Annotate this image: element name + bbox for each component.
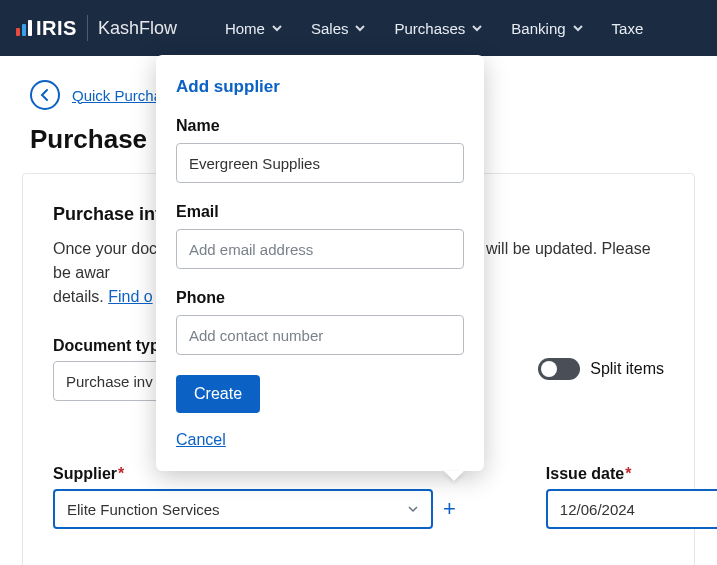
issue-date-label: Issue date* xyxy=(546,465,717,483)
popover-name-field: Name xyxy=(176,117,464,183)
nav-label: Sales xyxy=(311,20,349,37)
nav-label: Banking xyxy=(511,20,565,37)
supplier-phone-input[interactable] xyxy=(176,315,464,355)
supplier-field: Supplier* Elite Function Services + xyxy=(53,465,456,529)
supplier-email-input[interactable] xyxy=(176,229,464,269)
quick-purchase-link[interactable]: Quick Purcha xyxy=(72,87,162,104)
nav-banking[interactable]: Banking xyxy=(511,20,583,37)
split-items-label: Split items xyxy=(590,360,664,378)
nav-label: Purchases xyxy=(394,20,465,37)
nav-taxes[interactable]: Taxe xyxy=(612,20,644,37)
chevron-down-icon xyxy=(572,22,584,34)
issue-date-input[interactable]: 12/06/2024 xyxy=(546,489,717,529)
find-out-link[interactable]: Find o xyxy=(108,288,152,305)
split-items-toggle-wrap: Split items xyxy=(538,358,664,380)
chevron-down-icon xyxy=(271,22,283,34)
add-supplier-popover: Add supplier Name Email Phone Create Can… xyxy=(156,55,484,471)
iris-logo[interactable]: IRIS xyxy=(16,17,77,40)
popover-email-field: Email xyxy=(176,203,464,269)
popover-title: Add supplier xyxy=(176,77,464,97)
issue-date-field: Issue date* 12/06/2024 xyxy=(546,465,717,529)
supplier-row: Supplier* Elite Function Services + Issu… xyxy=(53,465,664,529)
iris-bars-icon xyxy=(16,20,32,36)
chevron-down-icon xyxy=(471,22,483,34)
popover-name-label: Name xyxy=(176,117,464,135)
chevron-down-icon xyxy=(354,22,366,34)
doc-type-value: Purchase inv xyxy=(66,373,153,390)
popover-phone-label: Phone xyxy=(176,289,464,307)
popover-phone-field: Phone xyxy=(176,289,464,355)
back-button[interactable] xyxy=(30,80,60,110)
logo-block: IRIS KashFlow xyxy=(16,15,177,41)
nav-purchases[interactable]: Purchases xyxy=(394,20,483,37)
nav-home[interactable]: Home xyxy=(225,20,283,37)
nav-label: Taxe xyxy=(612,20,644,37)
add-supplier-button[interactable]: + xyxy=(443,496,456,522)
supplier-name-input[interactable] xyxy=(176,143,464,183)
product-text: KashFlow xyxy=(98,18,177,39)
split-items-toggle[interactable] xyxy=(538,358,580,380)
popover-email-label: Email xyxy=(176,203,464,221)
create-button[interactable]: Create xyxy=(176,375,260,413)
issue-date-value: 12/06/2024 xyxy=(560,501,635,518)
brand-text: IRIS xyxy=(36,17,77,40)
chevron-down-icon xyxy=(407,503,419,515)
nav-label: Home xyxy=(225,20,265,37)
nav-sales[interactable]: Sales xyxy=(311,20,367,37)
logo-divider xyxy=(87,15,88,41)
top-nav: IRIS KashFlow Home Sales Purchases Banki… xyxy=(0,0,717,56)
cancel-link[interactable]: Cancel xyxy=(176,431,226,449)
supplier-wrap: Elite Function Services + xyxy=(53,489,456,529)
supplier-select[interactable]: Elite Function Services xyxy=(53,489,433,529)
arrow-left-icon xyxy=(38,88,52,102)
nav-items: Home Sales Purchases Banking Taxe xyxy=(225,20,643,37)
supplier-value: Elite Function Services xyxy=(67,501,220,518)
